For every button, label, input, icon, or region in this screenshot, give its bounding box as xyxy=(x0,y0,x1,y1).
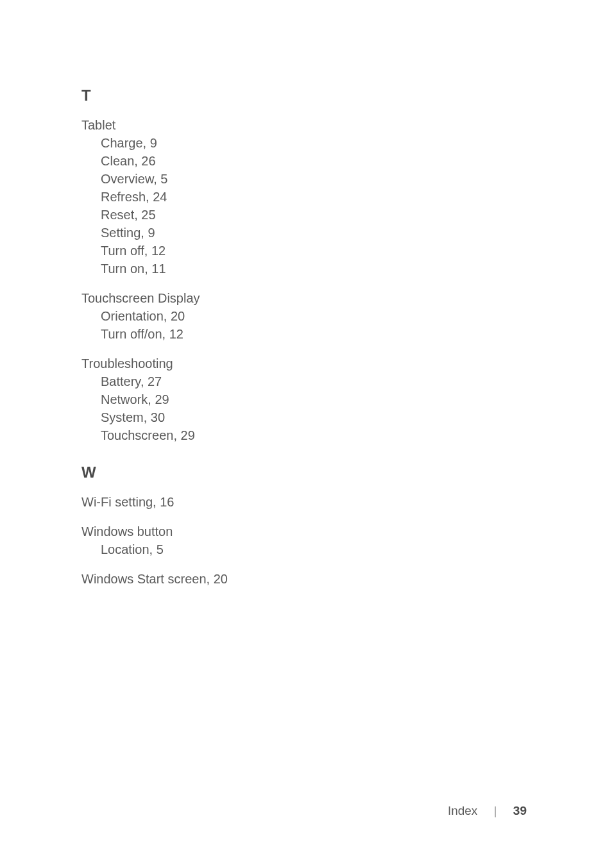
sub-turnoff: Turn off, 12 xyxy=(81,242,612,260)
sub-setting: Setting, 9 xyxy=(81,224,612,242)
sub-overview: Overview, 5 xyxy=(81,170,612,188)
sub-charge: Charge, 9 xyxy=(81,134,612,152)
footer-label: Index xyxy=(448,804,477,817)
sub-refresh: Refresh, 24 xyxy=(81,188,612,206)
footer-divider: | xyxy=(494,804,497,817)
term-troubleshooting: Troubleshooting xyxy=(81,355,612,372)
page-footer: Index | 39 xyxy=(448,804,527,818)
term-tablet: Tablet xyxy=(81,116,612,134)
section-letter-T: T xyxy=(81,87,612,104)
term-touchscreen-display: Touchscreen Display xyxy=(81,289,612,307)
sub-system: System, 30 xyxy=(81,408,612,426)
sub-location: Location, 5 xyxy=(81,540,612,558)
entry-windows-button: Windows button Location, 5 xyxy=(81,522,612,558)
entry-troubleshooting: Troubleshooting Battery, 27 Network, 29 … xyxy=(81,355,612,444)
section-letter-W: W xyxy=(81,463,612,481)
sub-orientation: Orientation, 20 xyxy=(81,307,612,325)
sub-clean: Clean, 26 xyxy=(81,152,612,170)
sub-battery: Battery, 27 xyxy=(81,372,612,390)
sub-network: Network, 29 xyxy=(81,390,612,408)
index-content: T Tablet Charge, 9 Clean, 26 Overview, 5… xyxy=(0,0,612,588)
entry-windows-start: Windows Start screen, 20 xyxy=(81,570,612,588)
term-windows-start: Windows Start screen, 20 xyxy=(81,570,612,588)
sub-touchscreen: Touchscreen, 29 xyxy=(81,426,612,444)
sub-turnon: Turn on, 11 xyxy=(81,260,612,278)
term-wifi: Wi-Fi setting, 16 xyxy=(81,493,612,511)
entry-tablet: Tablet Charge, 9 Clean, 26 Overview, 5 R… xyxy=(81,116,612,278)
sub-reset: Reset, 25 xyxy=(81,206,612,224)
entry-touchscreen-display: Touchscreen Display Orientation, 20 Turn… xyxy=(81,289,612,343)
term-windows-button: Windows button xyxy=(81,522,612,540)
page-number: 39 xyxy=(513,804,527,817)
sub-turnoffon: Turn off/on, 12 xyxy=(81,325,612,343)
entry-wifi: Wi-Fi setting, 16 xyxy=(81,493,612,511)
